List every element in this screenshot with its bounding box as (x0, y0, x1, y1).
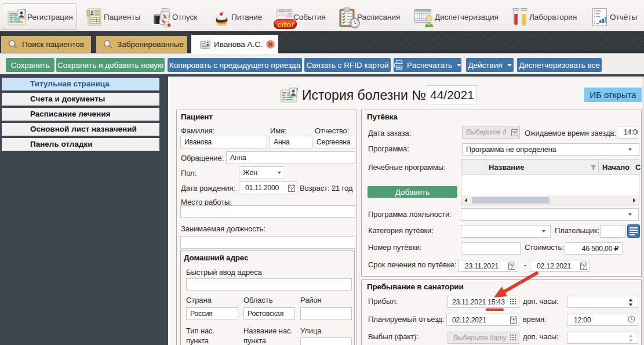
svg-text:7: 7 (514, 131, 516, 137)
svg-text:cito!: cito! (277, 20, 294, 29)
svg-text:7: 7 (512, 318, 515, 324)
svg-text:7: 7 (583, 264, 585, 270)
svg-text:7: 7 (290, 187, 293, 193)
